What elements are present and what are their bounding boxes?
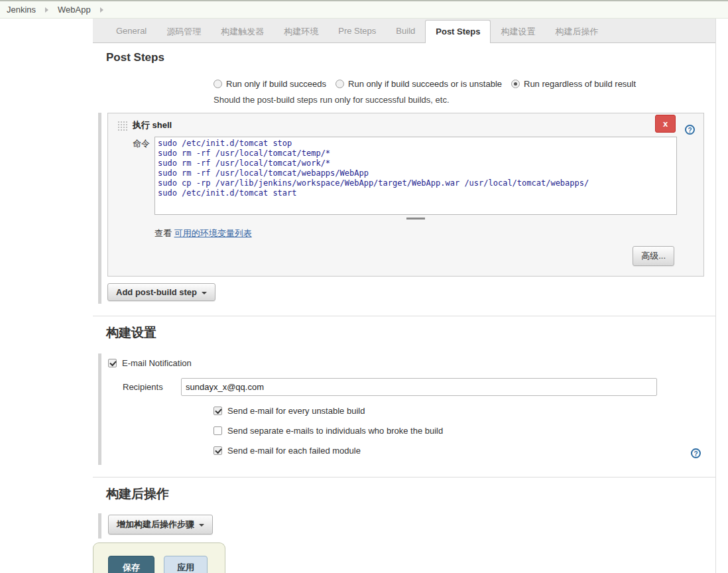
- add-post-build-step-label: Add post-build step: [116, 287, 197, 297]
- add-action-row: 增加构建后操作步骤: [93, 515, 715, 535]
- radio-label: Run only if build succeeds or is unstabl…: [348, 79, 502, 89]
- help-icon[interactable]: ?: [691, 448, 701, 458]
- breadcrumb-arrow-icon: [100, 7, 103, 13]
- run-condition-radios: Run only if build succeeds Run only if b…: [213, 79, 715, 89]
- apply-button[interactable]: 应用: [164, 556, 208, 573]
- chevron-down-icon: [199, 524, 204, 527]
- post-build-actions-section: 增加构建后操作步骤: [93, 513, 715, 539]
- tab-build-triggers[interactable]: 构建触发器: [211, 19, 274, 42]
- separate-emails-label: Send separate e-mails to individuals who…: [227, 426, 443, 436]
- section-chunk-bar: [98, 353, 101, 465]
- textarea-resize-handle[interactable]: [406, 218, 425, 220]
- save-button[interactable]: 保存: [108, 556, 154, 573]
- tab-build-environment[interactable]: 构建环境: [274, 19, 328, 42]
- section-divider: [93, 477, 715, 478]
- build-settings-title: 构建设置: [106, 324, 715, 342]
- radio-run-regardless[interactable]: Run regardless of build result: [511, 79, 636, 89]
- failed-module-label: Send e-mail for each failed module: [227, 446, 361, 456]
- run-condition-help-text: Should the post-build steps run only for…: [213, 95, 715, 105]
- tab-source-code-management[interactable]: 源码管理: [156, 19, 211, 42]
- env-vars-row: 查看 可用的环境变量列表: [154, 227, 703, 239]
- advanced-row: 高级...: [108, 246, 703, 266]
- add-post-build-step-button[interactable]: Add post-build step: [107, 283, 215, 301]
- section-chunk-bar: [98, 513, 101, 539]
- unstable-build-checkbox[interactable]: [213, 407, 222, 415]
- section-divider: [93, 316, 715, 316]
- email-notification-row: E-mail Notification: [93, 358, 715, 368]
- breadcrumb-webapp[interactable]: WebApp: [58, 5, 91, 15]
- email-option-row: Send e-mail for every unstable build: [213, 406, 715, 416]
- add-step-row: Add post-build step: [107, 283, 715, 304]
- separate-emails-checkbox[interactable]: [213, 426, 222, 435]
- recipients-row: Recipients: [93, 378, 715, 396]
- step-title: 执行 shell: [133, 119, 172, 131]
- failed-module-checkbox[interactable]: [213, 446, 222, 455]
- shell-command-textarea[interactable]: sudo /etc/init.d/tomcat stop sudo rm -rf…: [154, 137, 677, 215]
- tab-pre-steps[interactable]: Pre Steps: [328, 19, 386, 42]
- breadcrumb: Jenkins WebApp: [0, 0, 728, 19]
- jenkins-config-page: Jenkins WebApp General 源码管理 构建触发器 构建环境 P…: [0, 0, 728, 573]
- radio-run-if-succeeds-or-unstable[interactable]: Run only if build succeeds or is unstabl…: [335, 79, 502, 89]
- command-label: 命令: [133, 137, 154, 220]
- config-tabbar: General 源码管理 构建触发器 构建环境 Pre Steps Build …: [93, 19, 715, 43]
- breadcrumb-jenkins[interactable]: Jenkins: [7, 5, 36, 15]
- tab-build[interactable]: Build: [386, 19, 425, 42]
- env-vars-list-link[interactable]: 可用的环境变量列表: [174, 228, 252, 238]
- add-post-build-action-button[interactable]: 增加构建后操作步骤: [108, 515, 213, 535]
- recipients-label: Recipients: [93, 382, 181, 392]
- tab-post-steps[interactable]: Post Steps: [425, 20, 491, 43]
- email-notification-label: E-mail Notification: [122, 358, 192, 368]
- tab-post-build-actions[interactable]: 构建后操作: [545, 19, 608, 42]
- config-main: General 源码管理 构建触发器 构建环境 Pre Steps Build …: [93, 19, 716, 573]
- command-row: 命令 sudo /etc/init.d/tomcat stop sudo rm …: [133, 137, 703, 220]
- command-box: sudo /etc/init.d/tomcat stop sudo rm -rf…: [154, 137, 677, 220]
- radio-label: Run only if build succeeds: [226, 79, 326, 89]
- email-notification-checkbox[interactable]: [108, 359, 117, 367]
- post-steps-title: Post Steps: [106, 51, 715, 64]
- step-header: 执行 shell: [108, 119, 703, 131]
- config-content: Post Steps Run only if build succeeds Ru…: [93, 51, 715, 573]
- recipients-input[interactable]: [181, 378, 657, 396]
- post-steps-section: 执行 shell x ? 命令 sudo /etc/init.d/tomcat …: [93, 113, 715, 304]
- tab-build-settings[interactable]: 构建设置: [491, 19, 545, 42]
- see-label: 查看: [154, 228, 172, 238]
- delete-step-button[interactable]: x: [655, 115, 676, 133]
- add-post-build-action-label: 增加构建后操作步骤: [117, 519, 194, 529]
- email-option-row: Send separate e-mails to individuals who…: [213, 426, 715, 436]
- email-notification-section: E-mail Notification Recipients Send e-ma…: [93, 353, 715, 465]
- radio-icon[interactable]: [213, 80, 222, 88]
- radio-icon[interactable]: [335, 80, 344, 88]
- chevron-down-icon: [202, 292, 207, 294]
- advanced-button[interactable]: 高级...: [633, 246, 674, 266]
- radio-label: Run regardless of build result: [524, 79, 636, 89]
- tab-general[interactable]: General: [106, 19, 156, 42]
- help-icon[interactable]: ?: [685, 125, 695, 135]
- radio-run-if-succeeds[interactable]: Run only if build succeeds: [213, 79, 326, 89]
- step-chunk-bar: [98, 113, 101, 304]
- radio-icon-selected[interactable]: [511, 80, 520, 88]
- email-option-row: Send e-mail for each failed module: [213, 446, 715, 456]
- post-build-actions-title: 构建后操作: [106, 485, 715, 503]
- drag-handle-icon[interactable]: [117, 121, 128, 131]
- unstable-build-label: Send e-mail for every unstable build: [227, 406, 365, 416]
- save-panel: 保存 应用: [93, 542, 225, 573]
- breadcrumb-arrow-icon: [45, 7, 48, 13]
- execute-shell-step: 执行 shell x ? 命令 sudo /etc/init.d/tomcat …: [107, 113, 704, 277]
